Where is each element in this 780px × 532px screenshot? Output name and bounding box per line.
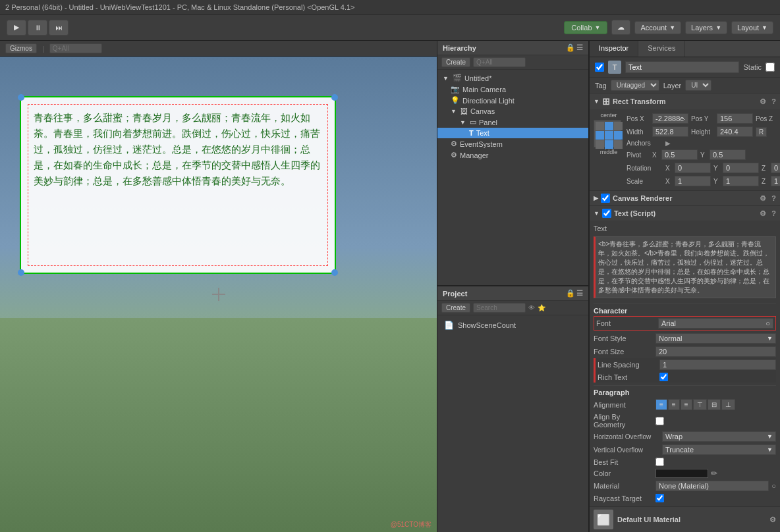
collab-button[interactable]: Collab ▼ <box>564 21 607 34</box>
layout-dropdown[interactable]: Layout ▼ <box>731 21 773 34</box>
canvas-renderer-help-icon[interactable]: ? <box>771 194 776 202</box>
raycast-target-label: Raycast Target <box>594 494 653 502</box>
scene-separator: | <box>42 45 44 53</box>
text-content-area[interactable]: <b>青春往事，多么甜蜜；青春岁月，多么靓丽；青春流年，如火如荼。</b>青春里… <box>594 236 776 298</box>
canvas-renderer-active-checkbox[interactable] <box>601 194 610 203</box>
align-top-button[interactable]: ⊤ <box>693 399 707 410</box>
project-star-icon[interactable]: ⭐ <box>538 304 545 311</box>
play-button[interactable]: ▶ <box>7 20 26 36</box>
hierarchy-item-directional-light[interactable]: 💡 Directional Light <box>437 95 588 106</box>
scale-z-input[interactable] <box>771 176 780 186</box>
scene-search-input[interactable] <box>49 43 102 53</box>
anchor-top-right[interactable] <box>331 94 338 101</box>
text-script-gear-icon[interactable]: ⚙ <box>760 209 766 218</box>
font-dropdown[interactable]: Arial ○ <box>658 318 773 329</box>
rot-z-input[interactable] <box>771 163 780 173</box>
project-lock-icon[interactable]: 🔒 <box>566 289 575 298</box>
reset-button[interactable]: R <box>756 127 767 137</box>
object-active-checkbox[interactable] <box>595 63 604 72</box>
layer-select[interactable]: UI <box>685 80 711 91</box>
anchor-widget[interactable] <box>594 120 621 147</box>
pos-x-input[interactable] <box>652 113 688 124</box>
align-right-button[interactable]: ≡ <box>681 399 692 410</box>
anchor-bottom-left[interactable] <box>18 269 24 276</box>
line-spacing-input[interactable] <box>659 359 776 370</box>
window-title: 2 Personal (64bit) - Untitled - UniWebVi… <box>5 3 355 11</box>
align-middle-button[interactable]: ⊟ <box>708 399 721 410</box>
text-script-active-checkbox[interactable] <box>602 209 611 218</box>
project-create-button[interactable]: Create <box>441 303 470 313</box>
scale-y-input[interactable] <box>723 176 759 186</box>
hierarchy-item-canvas[interactable]: ▼ 🖼 Canvas <box>437 106 588 117</box>
pivot-x-input[interactable] <box>661 149 698 160</box>
hierarchy-item-main-camera[interactable]: 📷 Main Camera <box>437 84 588 95</box>
rot-y-input[interactable] <box>723 163 759 173</box>
scene-text-element[interactable]: 青春往事，多么甜蜜；青春岁月，多么靓丽；青春流年，如火如荼。青春里，我们向着梦想… <box>20 96 336 274</box>
material-gear-icon[interactable]: ⚙ <box>769 516 776 524</box>
text-script-help-icon[interactable]: ? <box>771 209 776 217</box>
hierarchy-item-text[interactable]: T Text <box>437 128 588 138</box>
align-bottom-button[interactable]: ⊥ <box>721 399 735 410</box>
pivot-y-input[interactable] <box>710 149 746 160</box>
panel-arrow-icon: ▼ <box>460 119 466 126</box>
canvas-renderer-gear-icon[interactable]: ⚙ <box>760 194 766 203</box>
static-checkbox[interactable] <box>766 63 775 72</box>
tag-select[interactable]: Untagged <box>611 80 659 91</box>
project-item-show-scene-count[interactable]: 📄 ShowSceneCount <box>441 319 584 331</box>
rot-x-input[interactable] <box>675 163 711 173</box>
step-button[interactable]: ⏭ <box>49 20 69 36</box>
canvas-renderer-header[interactable]: ▶ Canvas Renderer ⚙ ? <box>590 191 780 205</box>
color-picker[interactable] <box>655 469 708 478</box>
vertical-overflow-dropdown[interactable]: Truncate ▼ <box>662 444 776 455</box>
gizmos-button[interactable]: Gizmos <box>5 43 37 53</box>
rect-transform-header[interactable]: ▼ ⊞ Rect Transform ⚙ ? <box>590 93 780 109</box>
anchor-bottom-right[interactable] <box>331 269 338 276</box>
hierarchy-search-input[interactable] <box>473 57 526 67</box>
material-circle-icon[interactable]: ○ <box>771 482 776 490</box>
align-by-geometry-checkbox[interactable] <box>655 417 664 425</box>
font-style-dropdown[interactable]: Normal ▼ <box>655 333 776 344</box>
font-size-input[interactable] <box>655 346 776 357</box>
horizontal-overflow-dropdown[interactable]: Wrap ▼ <box>662 431 776 442</box>
rich-text-checkbox[interactable] <box>659 373 668 381</box>
align-center-button[interactable]: ≡ <box>668 399 680 410</box>
scene-view[interactable]: Gizmos | 青春往事，多么甜蜜；青春岁月，多么靓丽；青春流年，如火如荼。青… <box>0 41 437 532</box>
hierarchy-item-panel[interactable]: ▼ ▭ Panel <box>437 117 588 128</box>
layers-dropdown[interactable]: Layers ▼ <box>685 21 727 34</box>
text-script-header[interactable]: ▼ Text (Script) ⚙ ? <box>590 206 780 221</box>
color-eyedropper-icon[interactable]: ✏ <box>711 469 717 478</box>
hierarchy-create-button[interactable]: Create <box>441 57 470 67</box>
height-input[interactable] <box>717 126 753 137</box>
object-name-input[interactable] <box>625 61 739 73</box>
account-dropdown[interactable]: Account ▼ <box>634 21 681 34</box>
anchor-top-left[interactable] <box>18 94 24 101</box>
script-icon: 📄 <box>444 321 454 330</box>
height-label: Height <box>691 128 714 136</box>
width-input[interactable] <box>652 126 688 137</box>
align-left-button[interactable]: ≡ <box>655 399 667 410</box>
scale-x-input[interactable] <box>675 176 711 186</box>
cloud-button[interactable]: ☁ <box>611 20 630 35</box>
project-menu-icon[interactable]: ☰ <box>576 289 583 298</box>
hierarchy-item-manager[interactable]: ⚙ Manager <box>437 149 588 161</box>
material-dropdown[interactable]: None (Material) <box>655 481 769 491</box>
canvas-renderer-arrow-icon: ▶ <box>594 195 598 201</box>
pos-y-input[interactable] <box>717 113 753 124</box>
project-search-input[interactable] <box>473 303 526 313</box>
rect-transform-gear-icon[interactable]: ⚙ <box>760 97 766 106</box>
hierarchy-item-untitled[interactable]: ▼ 🎬 Untitled* <box>437 72 588 84</box>
anchor-cell-7 <box>605 140 613 149</box>
hierarchy-item-eventsystem[interactable]: ⚙ EventSystem <box>437 138 588 149</box>
pause-button[interactable]: ⏸ <box>28 20 47 36</box>
hierarchy-lock-icon[interactable]: 🔒 <box>566 43 575 52</box>
eventsystem-icon: ⚙ <box>451 140 457 148</box>
scene-canvas[interactable]: 青春往事，多么甜蜜；青春岁月，多么靓丽；青春流年，如火如荼。青春里，我们向着梦想… <box>0 57 437 532</box>
hierarchy-menu-icon[interactable]: ☰ <box>576 43 583 52</box>
rect-transform-help-icon[interactable]: ? <box>771 97 776 105</box>
raycast-target-checkbox[interactable] <box>655 494 664 502</box>
anchors-expand-icon[interactable]: ▶ <box>665 140 671 147</box>
project-eye-icon[interactable]: 👁 <box>528 304 535 311</box>
tab-services[interactable]: Services <box>638 41 685 57</box>
best-fit-checkbox[interactable] <box>655 458 664 466</box>
tab-inspector[interactable]: Inspector <box>590 41 638 57</box>
